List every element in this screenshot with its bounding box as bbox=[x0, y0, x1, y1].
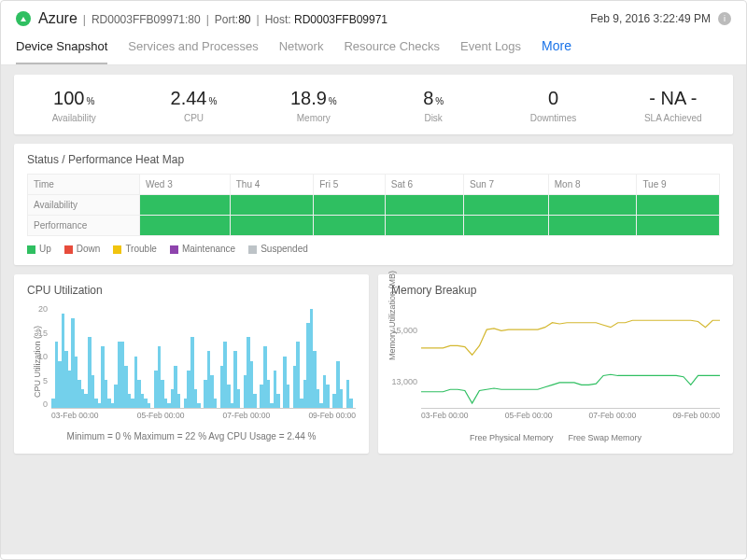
device-name: Azure bbox=[38, 10, 78, 27]
tabs: Device Snapshot Services and Processes N… bbox=[1, 33, 746, 65]
port-value: 80 bbox=[238, 13, 250, 26]
heatmap-row-availability: Availability bbox=[28, 195, 720, 216]
status-up-icon bbox=[16, 11, 31, 26]
kpi-panel: 100% Availability 2.44% CPU 18.9% Memory… bbox=[14, 75, 733, 134]
kpi-cpu: 2.44% CPU bbox=[134, 88, 253, 123]
memory-xticks: 03-Feb 00:0005-Feb 00:0007-Feb 00:0009-F… bbox=[421, 411, 720, 420]
heatmap-panel: Status / Performance Heat Map Time Wed 3… bbox=[14, 144, 733, 265]
tab-network[interactable]: Network bbox=[279, 34, 324, 64]
heatmap-title: Status / Performance Heat Map bbox=[27, 153, 720, 166]
kpi-downtimes: 0 Downtimes bbox=[493, 88, 613, 123]
cpu-stats: Minimum = 0 % Maximum = 22 % Avg CPU Usa… bbox=[27, 431, 356, 441]
cpu-chart-title: CPU Utilization bbox=[27, 284, 356, 297]
heatmap-legend: UpDownTroubleMaintenanceSuspended bbox=[27, 244, 720, 254]
memory-chart-title: Memory Breakup bbox=[391, 284, 720, 297]
info-icon[interactable]: i bbox=[718, 12, 731, 25]
content-area: 100% Availability 2.44% CPU 18.9% Memory… bbox=[1, 65, 746, 554]
page-header: Azure | RD0003FFB09971:80 | Port:80 | Ho… bbox=[1, 1, 746, 33]
cpu-yticks: 20151050 bbox=[31, 304, 48, 409]
memory-yticks: 15,00013,000 bbox=[389, 304, 417, 408]
kpi-sla: - NA - SLA Achieved bbox=[613, 88, 733, 123]
cpu-xticks: 03-Feb 00:0005-Feb 00:0007-Feb 00:0009-F… bbox=[51, 411, 356, 420]
cpu-bars bbox=[51, 304, 356, 409]
tab-device-snapshot[interactable]: Device Snapshot bbox=[16, 34, 107, 64]
heatmap-grid: Time Wed 3 Thu 4 Fri 5 Sat 6 Sun 7 Mon 8… bbox=[27, 174, 720, 236]
kpi-availability: 100% Availability bbox=[14, 88, 134, 123]
tab-services[interactable]: Services and Processes bbox=[128, 34, 258, 64]
memory-legend: Free Physical MemoryFree Swap Memory bbox=[391, 433, 720, 442]
heatmap-row-performance: Performance bbox=[28, 216, 720, 236]
title-block: Azure | RD0003FFB09971:80 | Port:80 | Ho… bbox=[38, 10, 590, 27]
tab-event-logs[interactable]: Event Logs bbox=[460, 34, 521, 64]
kpi-memory: 18.9% Memory bbox=[254, 88, 374, 123]
device-id: RD0003FFB09971:80 bbox=[92, 13, 201, 26]
timestamp: Feb 9, 2016 3:22:49 PM bbox=[590, 12, 711, 25]
memory-chart-panel: Memory Breakup Memory Utilization (MB) 1… bbox=[378, 274, 733, 454]
host-value: RD0003FFB09971 bbox=[294, 13, 388, 26]
kpi-disk: 8% Disk bbox=[374, 88, 493, 123]
tab-more[interactable]: More bbox=[542, 33, 571, 64]
cpu-chart-panel: CPU Utilization CPU Utilization (%) 2015… bbox=[14, 274, 369, 454]
tab-resource-checks[interactable]: Resource Checks bbox=[344, 34, 440, 64]
